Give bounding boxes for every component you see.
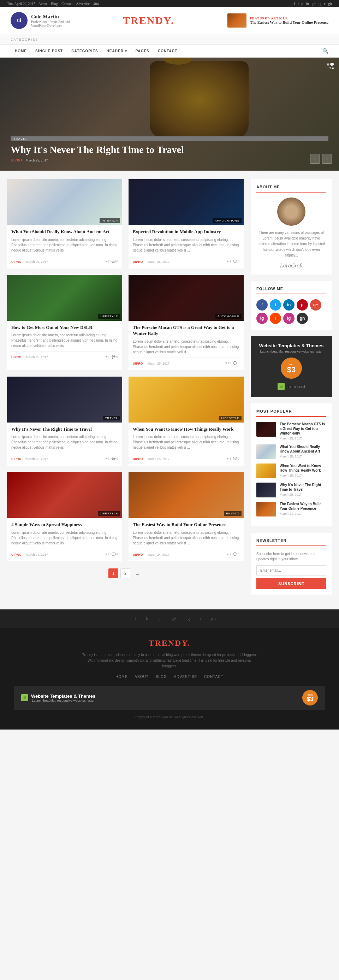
newsletter-text: Subscribe here to get latest news and up… bbox=[256, 551, 326, 562]
post-card-3[interactable]: LIFESTYLE How to Get Most Out of Your Ne… bbox=[7, 275, 122, 370]
post-likes[interactable]: ♥ 1 bbox=[105, 355, 110, 359]
site-title[interactable]: TRENDY. bbox=[123, 14, 174, 27]
post-excerpt: Lorem ipsum dolor site ameto, consectetu… bbox=[11, 530, 118, 546]
tb-ig-icon[interactable]: ig bbox=[318, 2, 322, 6]
footer-nav-blog[interactable]: BLOG bbox=[156, 675, 167, 679]
popular-item-5[interactable]: The Easiest Way to Build Your Online Pre… bbox=[256, 502, 326, 517]
post-comments[interactable]: 💬 0 bbox=[111, 260, 118, 263]
search-icon[interactable]: 🔍 bbox=[322, 48, 328, 54]
footer-tf-icon: 🌿 bbox=[21, 694, 28, 701]
hero-stats: 0 💬 7 ♥ bbox=[327, 62, 334, 70]
post-card-8[interactable]: ENVATO The Easiest Way to Build Your Onl… bbox=[129, 472, 244, 562]
social-icon-github[interactable]: gh bbox=[297, 313, 308, 324]
nav-single-post[interactable]: SINGLE POST bbox=[31, 45, 67, 57]
nav-home[interactable]: HOME bbox=[11, 45, 31, 57]
about-title: ABOUT ME bbox=[256, 185, 326, 192]
footer-nav-contact[interactable]: CONTACT bbox=[204, 675, 224, 679]
footer-tw-icon[interactable]: t bbox=[135, 616, 136, 621]
top-bar-404[interactable]: 404 bbox=[94, 2, 99, 6]
tb-gh-icon[interactable]: gh bbox=[328, 2, 332, 6]
footer-ig-icon[interactable]: ig bbox=[186, 616, 189, 621]
newsletter-email-input[interactable] bbox=[256, 565, 326, 576]
post-likes[interactable]: ♥ 1 bbox=[227, 552, 231, 556]
nav-contact[interactable]: CONTACT bbox=[154, 45, 181, 57]
post-card-2[interactable]: APPLICATIONS Expected Revolution in Mobi… bbox=[129, 179, 244, 269]
footer-nav-about[interactable]: ABOUT bbox=[135, 675, 148, 679]
post-image: LIFESTYLE bbox=[7, 275, 122, 321]
social-icon-twitter[interactable]: t bbox=[270, 299, 281, 310]
top-bar-contact[interactable]: Contact bbox=[61, 2, 72, 6]
post-meta-left: UIPRO March 25, 2017 bbox=[11, 259, 48, 264]
social-icon-instagram2[interactable]: ig bbox=[283, 313, 294, 324]
post-comments[interactable]: 💬 0 bbox=[111, 355, 118, 359]
tb-tw-icon[interactable]: t bbox=[298, 2, 299, 6]
footer-nav-advertise[interactable]: ADVERTISE bbox=[174, 675, 197, 679]
popular-item-1[interactable]: The Porsche Macan GTS is a Great Way to … bbox=[256, 422, 326, 440]
post-card-1[interactable]: INTERIOR What You Should Really Know Abo… bbox=[7, 179, 122, 269]
post-likes[interactable]: ♥ 1 bbox=[105, 260, 110, 263]
top-bar-blog[interactable]: Blog bbox=[51, 2, 57, 6]
post-comments[interactable]: 💬 0 bbox=[233, 552, 239, 556]
footer-pi-icon[interactable]: p bbox=[159, 616, 162, 621]
post-comments[interactable]: 💬 0 bbox=[111, 552, 118, 556]
footer-nav-home[interactable]: HOME bbox=[115, 675, 127, 679]
popular-post-image bbox=[256, 422, 276, 437]
ad-banner[interactable]: Website Templates & Themes Launch beauti… bbox=[251, 336, 332, 397]
post-card-6[interactable]: LIFESTYLE When You Want to Know How Thin… bbox=[129, 377, 244, 466]
tb-rd-icon[interactable]: r bbox=[324, 2, 326, 6]
post-likes[interactable]: ♥ 3 bbox=[227, 260, 231, 263]
post-footer: UIPRO March 24, 2017 ♥ 1 💬 0 bbox=[11, 549, 118, 557]
post-card-7[interactable]: LIFESTYLE 4 Simple Ways to Spread Happin… bbox=[7, 472, 122, 562]
nav-pages[interactable]: PAGES bbox=[131, 45, 154, 57]
tb-gp-icon[interactable]: g+ bbox=[312, 2, 316, 6]
tb-pi-icon[interactable]: p bbox=[301, 2, 303, 6]
popular-item-3[interactable]: When You Want to Know How Things Really … bbox=[256, 463, 326, 478]
hero-next-button[interactable]: › bbox=[322, 154, 332, 164]
top-bar-advertise[interactable]: Advertise bbox=[76, 2, 90, 6]
post-card-4[interactable]: AUTOMOBILE The Porsche Macan GTS is a Gr… bbox=[129, 275, 244, 370]
footer-rd-icon[interactable]: r bbox=[200, 616, 201, 621]
post-likes[interactable]: ♥ 1 bbox=[105, 457, 110, 460]
post-comments[interactable]: 💬 0 bbox=[111, 457, 118, 460]
page-1-button[interactable]: 1 bbox=[108, 568, 118, 578]
ad-sub: Launch beautiful, responsive websites fa… bbox=[256, 350, 326, 353]
popular-post-content: What You Should Really Know About Ancien… bbox=[280, 444, 326, 458]
social-icon-reddit[interactable]: r bbox=[270, 313, 281, 324]
post-likes[interactable]: ♥ 1 bbox=[227, 457, 231, 460]
post-date: March 25, 2017 bbox=[26, 260, 48, 264]
popular-post-title: The Easiest Way to Build Your Online Pre… bbox=[280, 502, 326, 511]
post-body: How to Get Most Out of Your New DSLR Lor… bbox=[7, 321, 122, 364]
social-icon-facebook[interactable]: f bbox=[256, 299, 268, 310]
social-icon-instagram[interactable]: ig bbox=[256, 313, 268, 324]
post-author: UIPRO bbox=[133, 553, 143, 557]
hero-prev-button[interactable]: ‹ bbox=[310, 154, 320, 164]
page-2-button[interactable]: 2 bbox=[120, 568, 130, 578]
popular-item-2[interactable]: What You Should Really Know About Ancien… bbox=[256, 444, 326, 459]
nav-header[interactable]: HEADER ▾ bbox=[102, 45, 131, 57]
social-icon-pinterest[interactable]: p bbox=[297, 299, 308, 310]
tb-fb-icon[interactable]: f bbox=[294, 2, 295, 6]
featured-article-section[interactable]: Featured Article The Easiest Way to Buil… bbox=[228, 13, 328, 27]
top-bar-about[interactable]: About bbox=[38, 2, 47, 6]
newsletter-subscribe-button[interactable]: SUBSCRIBE bbox=[256, 578, 326, 589]
post-likes[interactable]: ♥ 1 bbox=[105, 552, 110, 556]
post-comments[interactable]: 💬 0 bbox=[233, 457, 239, 460]
footer-gh-icon[interactable]: gh bbox=[211, 616, 216, 621]
footer-li-icon[interactable]: in bbox=[146, 616, 150, 621]
footer-fb-icon[interactable]: f bbox=[123, 616, 125, 621]
popular-item-4[interactable]: Why It's Never The Right Time to Travel … bbox=[256, 482, 326, 498]
post-comments[interactable]: 💬 0 bbox=[233, 361, 239, 365]
post-comments[interactable]: 💬 0 bbox=[233, 260, 239, 263]
most-popular-section: MOST POPULAR The Porsche Macan GTS is a … bbox=[251, 403, 332, 527]
top-bar: Thu, April 20, 2017 About Blog Contact A… bbox=[0, 0, 339, 7]
tb-in-icon[interactable]: in bbox=[306, 2, 309, 6]
footer-ad-banner[interactable]: 🌿 Website Templates & Themes Launch beau… bbox=[14, 686, 325, 710]
nav-categories[interactable]: CATEGORIES bbox=[67, 45, 102, 57]
post-footer: UIPRO March 25, 2017 ♥ 1 💬 0 bbox=[133, 453, 239, 461]
post-likes[interactable]: ♥ 15 bbox=[225, 361, 231, 365]
hero-tag: TRAVEL bbox=[11, 136, 328, 141]
footer-gp-icon[interactable]: g+ bbox=[172, 616, 177, 621]
post-card-5[interactable]: TRAVEL Why It's Never The Right Time to … bbox=[7, 377, 122, 466]
social-icon-googleplus[interactable]: g+ bbox=[310, 299, 321, 310]
social-icon-linkedin[interactable]: in bbox=[283, 299, 294, 310]
